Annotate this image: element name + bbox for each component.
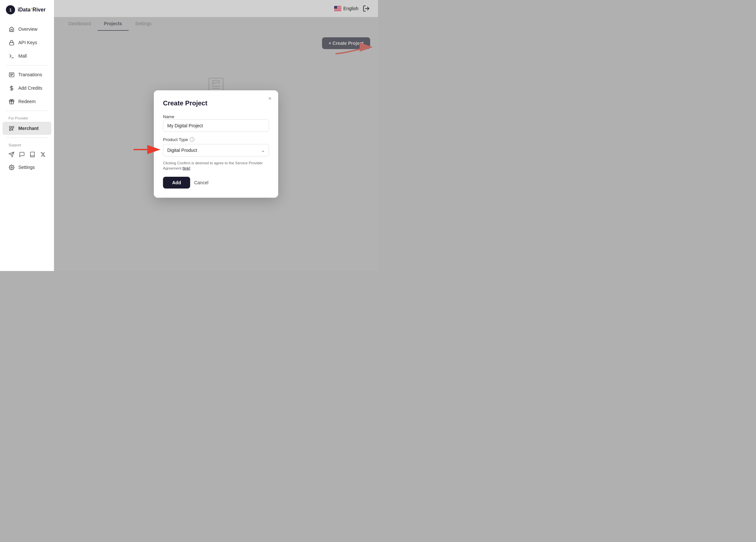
page-content: Dashboard Projects Settings + Create Pro… xyxy=(54,17,378,271)
nav-divider-2 xyxy=(6,111,48,111)
gift-icon xyxy=(9,99,14,104)
sidebar-item-api-keys[interactable]: API Keys xyxy=(3,36,51,49)
product-type-label: Product Type xyxy=(163,137,188,142)
language-selector[interactable]: English xyxy=(334,6,358,11)
arrow-annotation-dropdown xyxy=(130,143,163,157)
for-provider-label: For Provider xyxy=(0,114,54,121)
sidebar-item-label: Add Credits xyxy=(18,85,42,91)
receipt-icon xyxy=(9,72,14,78)
create-project-modal: × Create Project Name Product Type i xyxy=(154,90,278,198)
cancel-button[interactable]: Cancel xyxy=(194,180,208,185)
logo-text: iData*River xyxy=(18,7,45,13)
app-logo: 1 iData*River xyxy=(0,0,54,20)
sidebar-item-redeem[interactable]: Redeem xyxy=(3,95,51,108)
modal-overlay: × Create Project Name Product Type i xyxy=(54,17,378,271)
agreement-link[interactable]: [link] xyxy=(182,166,190,170)
svg-rect-9 xyxy=(9,126,11,128)
sidebar: 1 iData*River Overview API xyxy=(0,0,54,271)
agreement-text: Clicking Confirm is deemed to agree to t… xyxy=(163,160,269,171)
language-label: English xyxy=(343,6,358,11)
logout-button[interactable] xyxy=(362,5,370,12)
sidebar-item-overview[interactable]: Overview xyxy=(3,23,51,36)
telegram-icon[interactable] xyxy=(9,151,14,158)
product-type-select[interactable]: Digital Product Physical Product Service xyxy=(163,144,269,156)
logo-icon: 1 xyxy=(6,5,15,14)
svg-rect-27 xyxy=(334,11,341,11)
modal-actions: Add Cancel xyxy=(163,177,269,189)
svg-rect-25 xyxy=(334,10,341,10)
svg-rect-0 xyxy=(9,42,14,45)
chat-icon[interactable] xyxy=(19,151,25,158)
sidebar-item-label: Transations xyxy=(18,72,42,77)
nav-divider-1 xyxy=(6,65,48,65)
project-name-input[interactable] xyxy=(163,119,269,132)
product-type-info-icon[interactable]: i xyxy=(190,137,194,142)
svg-rect-24 xyxy=(334,9,341,10)
svg-rect-26 xyxy=(334,10,341,11)
add-button[interactable]: Add xyxy=(163,177,190,189)
sidebar-item-label: API Keys xyxy=(18,40,37,45)
support-icons-row xyxy=(3,149,51,160)
support-label: Support xyxy=(0,140,54,148)
x-social-icon[interactable] xyxy=(40,151,45,158)
nav-divider-3 xyxy=(6,137,48,138)
sidebar-item-label: Overview xyxy=(18,27,37,32)
product-type-select-wrapper: Digital Product Physical Product Service… xyxy=(163,144,269,156)
sidebar-item-label: Merchant xyxy=(18,126,39,131)
topbar: English xyxy=(54,0,378,17)
sidebar-item-merchant[interactable]: Merchant xyxy=(3,122,51,135)
lock-icon xyxy=(9,40,14,45)
product-type-row: Product Type i xyxy=(163,137,269,142)
sidebar-item-mall[interactable]: Mall xyxy=(3,49,51,63)
svg-rect-11 xyxy=(9,129,11,130)
sidebar-item-settings[interactable]: Settings xyxy=(3,161,51,174)
main-nav: Overview API Keys Mall xyxy=(0,20,54,271)
home-icon xyxy=(9,26,14,32)
book-icon[interactable] xyxy=(29,151,35,158)
name-field-label: Name xyxy=(163,114,174,119)
sidebar-item-transactions[interactable]: Transations xyxy=(3,68,51,81)
terminal-icon xyxy=(9,53,14,59)
svg-rect-28 xyxy=(334,6,337,9)
sidebar-item-label: Mall xyxy=(18,53,27,59)
svg-rect-10 xyxy=(12,126,13,128)
sidebar-item-label: Settings xyxy=(18,165,35,170)
settings-icon xyxy=(9,164,14,170)
merchant-icon xyxy=(9,125,14,131)
modal-close-button[interactable]: × xyxy=(268,96,272,101)
sidebar-item-label: Redeem xyxy=(18,99,36,104)
sidebar-item-add-credits[interactable]: Add Credits xyxy=(3,81,51,95)
modal-title: Create Project xyxy=(163,99,269,107)
dollar-icon xyxy=(9,85,14,91)
svg-rect-23 xyxy=(334,9,341,9)
main-content: English Dashboard Projects Settings + Cr… xyxy=(54,0,378,271)
svg-point-14 xyxy=(11,167,12,168)
